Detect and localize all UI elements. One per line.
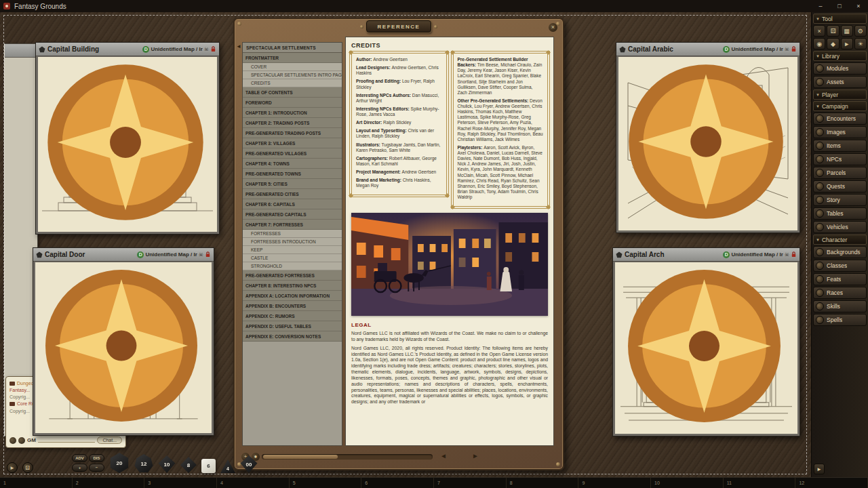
d10-die[interactable]: 10 bbox=[158, 455, 176, 473]
map-canvas-capital-arch[interactable] bbox=[615, 262, 797, 434]
sidebar-collapse-button[interactable]: ► bbox=[814, 464, 825, 474]
nav-item-pre-generated-cities[interactable]: PRE-GENERATED CITIES bbox=[243, 189, 342, 199]
hotbar-slot-5[interactable]: 5 bbox=[290, 478, 362, 488]
hotbar-slot-12[interactable]: 12 bbox=[795, 478, 868, 488]
sidebar-item-backgrounds[interactable]: Backgrounds bbox=[813, 246, 867, 258]
next-page-button[interactable]: ► bbox=[472, 452, 479, 460]
chat-bubble-icon[interactable] bbox=[9, 437, 16, 444]
reference-window[interactable]: REFERENCE × ◄ SPECTACULAR SETTLEMENTS FR… bbox=[233, 18, 564, 470]
map-window-capital-door[interactable]: Capital Door D Unidentified Map / Ir ☠ bbox=[33, 247, 214, 436]
sidebar-item-npcs[interactable]: NPCs bbox=[813, 153, 867, 165]
nav-item-stronghold[interactable]: STRONGHOLD bbox=[243, 262, 342, 270]
map-window-capital-arch[interactable]: Capital Arch D Unidentified Map / Ir ☠ bbox=[612, 247, 800, 436]
map-window-capital-building[interactable]: Capital Building D Unidentified Map / Ir… bbox=[35, 42, 220, 235]
tokens-icon[interactable]: ◆ bbox=[827, 38, 839, 49]
desktop[interactable]: Dungeon...Fantasy...Copyrig...Core Ru...… bbox=[0, 12, 868, 477]
map-window-capital-arabic[interactable]: Capital Arabic D Unidentified Map / Ir ☠ bbox=[616, 42, 800, 233]
lock-icon[interactable] bbox=[210, 46, 216, 52]
sidebar-item-feats[interactable]: Feats bbox=[813, 273, 867, 285]
map-compass-icon[interactable] bbox=[35, 262, 210, 431]
nav-item-chapter-5-cities[interactable]: CHAPTER 5: CITIES bbox=[243, 179, 342, 189]
scrollbar-thumb[interactable] bbox=[263, 455, 338, 459]
sidebar-header-campaign[interactable]: ▼Campaign bbox=[813, 101, 867, 111]
nav-item-chapter-4-towns[interactable]: CHAPTER 4: TOWNS bbox=[243, 159, 342, 169]
d100-die[interactable]: 00 bbox=[240, 455, 258, 473]
nav-item-appendix-a-location-information[interactable]: APPENDIX A: LOCATION INFORMATION bbox=[243, 291, 342, 301]
dice-tool-button[interactable]: ⚄ bbox=[22, 462, 33, 473]
maximize-button[interactable]: □ bbox=[830, 0, 849, 12]
nav-item-chapter-6-capitals[interactable]: CHAPTER 6: CAPITALS bbox=[243, 199, 342, 209]
nav-item-fortresses-introduction[interactable]: FORTRESSES INTRODUCTION bbox=[243, 238, 342, 246]
map-compass-icon[interactable] bbox=[618, 57, 795, 228]
map-canvas-capital-arabic[interactable] bbox=[618, 57, 797, 230]
map-canvas-capital-door[interactable] bbox=[35, 262, 212, 433]
sidebar-item-vehicles[interactable]: Vehicles bbox=[813, 221, 867, 233]
map-window-titlebar[interactable]: Capital Building D Unidentified Map / Ir… bbox=[36, 43, 219, 56]
nav-item-credits[interactable]: CREDITS bbox=[243, 79, 342, 87]
sidebar-item-skills[interactable]: Skills bbox=[813, 300, 867, 312]
whisper-icon[interactable] bbox=[18, 437, 25, 444]
map-window-titlebar[interactable]: Capital Arabic D Unidentified Map / Ir ☠ bbox=[616, 43, 800, 56]
sidebar-item-story[interactable]: Story bbox=[813, 194, 867, 206]
sidebar-item-encounters[interactable]: Encounters bbox=[813, 113, 867, 125]
chat-entry-row[interactable]: GM Chat... bbox=[9, 436, 122, 445]
nav-item-pre-generated-villages[interactable]: PRE-GENERATED VILLAGES bbox=[243, 148, 342, 159]
sidebar-item-assets[interactable]: Assets bbox=[813, 76, 867, 88]
prev-page-button[interactable]: ◄ bbox=[440, 452, 447, 460]
sidebar-header-player[interactable]: ▼Player bbox=[813, 89, 867, 100]
sidebar-item-races[interactable]: Races bbox=[813, 287, 867, 299]
modifier-button-[interactable]: − bbox=[89, 464, 104, 472]
reference-page[interactable]: CREDITS Author: Andrew GeertsenLead Desi… bbox=[345, 37, 554, 446]
sidebar-item-tables[interactable]: Tables bbox=[813, 207, 867, 220]
nav-item-castle[interactable]: CASTLE bbox=[243, 254, 342, 262]
hotbar-slot-9[interactable]: 9 bbox=[578, 478, 651, 488]
sidebar-header-tool[interactable]: ▼Tool bbox=[813, 14, 867, 24]
background-window-titlebar[interactable] bbox=[5, 44, 37, 58]
map-compass-icon[interactable] bbox=[38, 57, 215, 230]
hotbar-slot-10[interactable]: 10 bbox=[651, 478, 724, 488]
hotbar-slot-4[interactable]: 4 bbox=[217, 478, 290, 488]
nav-item-chapter-8-interesting-npcs[interactable]: CHAPTER 8: INTERESTING NPCS bbox=[243, 281, 342, 291]
nav-item-appendix-c-rumors[interactable]: APPENDIX C: RUMORS bbox=[243, 311, 342, 321]
nav-item-chapter-1-introduction[interactable]: CHAPTER 1: INTRODUCTION bbox=[243, 108, 342, 118]
nav-item-chapter-2-trading-posts[interactable]: CHAPTER 2: TRADING POSTS bbox=[243, 118, 342, 128]
sidebar-item-parcels[interactable]: Parcels bbox=[813, 167, 867, 179]
sidebar-item-spells[interactable]: Spells bbox=[813, 314, 867, 326]
nav-item-table-of-contents[interactable]: TABLE OF CONTENTS bbox=[243, 87, 342, 98]
nav-item-pre-generated-capitals[interactable]: PRE-GENERATED CAPITALS bbox=[243, 209, 342, 220]
chat-mode-pill[interactable]: Chat... bbox=[97, 436, 122, 444]
d20-die[interactable]: 20 bbox=[109, 453, 130, 473]
nav-item-foreword[interactable]: FOREWORD bbox=[243, 98, 342, 108]
hotbar-slot-3[interactable]: 3 bbox=[144, 478, 217, 488]
modifier-button-adv[interactable]: ADV bbox=[72, 454, 87, 462]
lock-icon[interactable] bbox=[791, 46, 797, 52]
hotbar-slot-2[interactable]: 2 bbox=[73, 478, 145, 488]
sidebar-header-character[interactable]: ▼Character bbox=[813, 235, 867, 245]
targeting-icon[interactable]: ◉ bbox=[813, 38, 825, 49]
close-all-icon[interactable]: × bbox=[813, 25, 825, 37]
sidebar-item-classes[interactable]: Classes bbox=[813, 260, 867, 272]
hotbar-slot-1[interactable]: 1 bbox=[0, 478, 73, 488]
sidebar-header-library[interactable]: ▼Library bbox=[813, 51, 867, 61]
options-icon[interactable]: ⚙ bbox=[854, 25, 867, 37]
pointer-icon[interactable]: ► bbox=[841, 38, 853, 49]
map-canvas-capital-building[interactable] bbox=[38, 57, 217, 232]
hotbar-slot-8[interactable]: 8 bbox=[507, 478, 579, 488]
modifier-button-[interactable]: + bbox=[72, 464, 87, 472]
pointer-tool-button[interactable]: ► bbox=[7, 462, 18, 473]
sidebar-item-items[interactable]: Items bbox=[813, 140, 867, 152]
nav-item-appendix-d-useful-tables[interactable]: APPENDIX D: USEFUL TABLES bbox=[243, 321, 342, 331]
chat-input[interactable] bbox=[38, 438, 95, 443]
hotbar-slot-11[interactable]: 11 bbox=[724, 478, 796, 488]
nav-item-fortresses[interactable]: FORTRESSES bbox=[243, 230, 342, 238]
d4-die[interactable]: 4 bbox=[220, 460, 235, 473]
nav-collapse-button[interactable]: ◄ bbox=[236, 43, 241, 49]
nav-item-chapter-3-villages[interactable]: CHAPTER 3: VILLAGES bbox=[243, 138, 342, 148]
hotbar-slot-6[interactable]: 6 bbox=[361, 478, 434, 488]
sidebar-item-modules[interactable]: Modules bbox=[813, 62, 867, 75]
nav-item-chapter-7-fortresses[interactable]: CHAPTER 7: FORTRESSES bbox=[243, 220, 342, 230]
nav-item-spectacular-settlements-intro-page[interactable]: SPECTACULAR SETTLEMENTS INTRO PAGE bbox=[243, 71, 342, 79]
sidebar-item-quests[interactable]: Quests bbox=[813, 180, 867, 192]
map-window-titlebar[interactable]: Capital Arch D Unidentified Map / Ir ☠ bbox=[613, 248, 800, 262]
d12-die[interactable]: 12 bbox=[134, 454, 153, 473]
